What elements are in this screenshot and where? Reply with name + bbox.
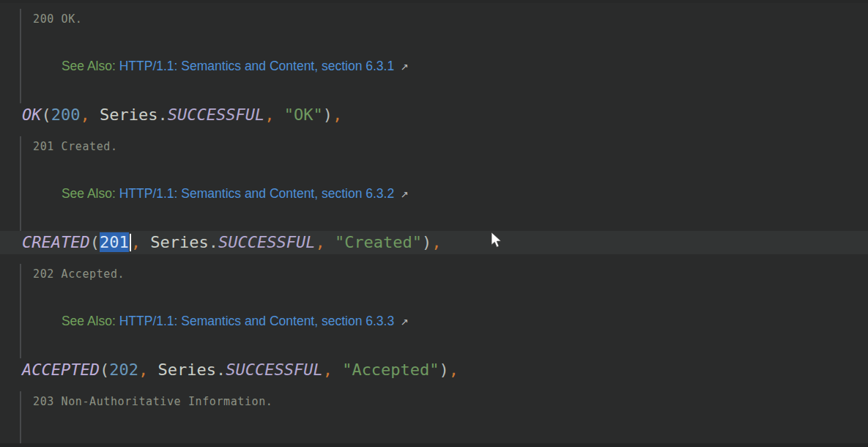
dot: . xyxy=(209,233,218,251)
series-constant-ref: SUCCESSFUL xyxy=(218,233,315,251)
series-constant-ref: SUCCESSFUL xyxy=(168,106,264,124)
doc-see-also: See Also: HTTP/1.1: Semantics and Conten… xyxy=(33,413,868,447)
close-paren: ) xyxy=(439,361,449,379)
code-editor: 200 OK. See Also: HTTP/1.1: Semantics an… xyxy=(0,0,868,447)
enum-entry: 203 Non-Authoritative Information. See A… xyxy=(0,391,868,447)
enum-entry: 201 Created. See Also: HTTP/1.1: Semanti… xyxy=(0,136,868,254)
dot: . xyxy=(157,106,167,124)
doc-description: 200 OK. xyxy=(33,9,868,30)
reason-phrase-string: "Accepted" xyxy=(333,361,439,379)
enum-constant-name: OK xyxy=(22,106,42,124)
comma: , xyxy=(264,106,274,124)
enum-constant-name: ACCEPTED xyxy=(22,361,100,379)
enum-entry: 202 Accepted. See Also: HTTP/1.1: Semant… xyxy=(0,264,868,382)
code-line[interactable]: OK(200, Series.SUCCESSFUL, "OK"), xyxy=(0,103,868,127)
dot: . xyxy=(216,361,226,379)
enum-entry: 200 OK. See Also: HTTP/1.1: Semantics an… xyxy=(0,9,868,127)
close-paren: ) xyxy=(422,233,431,251)
close-paren: ) xyxy=(323,106,333,124)
doc-see-also: See Also: HTTP/1.1: Semantics and Conten… xyxy=(33,158,868,231)
rendered-doc-comment: 203 Non-Authoritative Information. See A… xyxy=(20,391,868,447)
series-class-ref: Series xyxy=(148,361,216,379)
reason-phrase-string: "OK" xyxy=(274,106,322,124)
rendered-doc-comment: 202 Accepted. See Also: HTTP/1.1: Semant… xyxy=(20,264,868,358)
see-also-label: See Also: xyxy=(62,186,119,201)
doc-description: 201 Created. xyxy=(33,136,868,158)
spec-link[interactable]: HTTP/1.1: Semantics and Content, section… xyxy=(119,59,394,73)
comma: , xyxy=(323,361,333,379)
status-code-value: 201 xyxy=(100,232,129,252)
spec-link[interactable]: HTTP/1.1: Semantics and Content, section… xyxy=(119,314,394,328)
doc-description: 202 Accepted. xyxy=(33,264,868,285)
trailing-comma: , xyxy=(431,233,441,251)
doc-see-also: See Also: HTTP/1.1: Semantics and Conten… xyxy=(33,30,868,103)
code-line[interactable]: ACCEPTED(202, Series.SUCCESSFUL, "Accept… xyxy=(0,358,868,382)
enum-constant-name: CREATED xyxy=(22,233,90,251)
comma: , xyxy=(138,361,148,379)
status-code-value: 202 xyxy=(109,360,138,380)
series-class-ref: Series xyxy=(90,106,158,124)
see-also-label: See Also: xyxy=(62,59,119,73)
rendered-doc-comment: 201 Created. See Also: HTTP/1.1: Semanti… xyxy=(20,136,868,231)
series-constant-ref: SUCCESSFUL xyxy=(226,361,322,379)
comma: , xyxy=(131,233,141,251)
editor-bottom-edge xyxy=(0,443,868,447)
code-line[interactable]: CREATED(201, Series.SUCCESSFUL, "Created… xyxy=(0,231,868,254)
spec-link[interactable]: HTTP/1.1: Semantics and Content, section… xyxy=(119,186,394,201)
trailing-comma: , xyxy=(333,106,342,124)
series-class-ref: Series xyxy=(141,233,209,251)
doc-see-also: See Also: HTTP/1.1: Semantics and Conten… xyxy=(33,285,868,358)
external-link-icon: ↗ xyxy=(398,317,409,328)
external-link-icon: ↗ xyxy=(398,189,409,200)
open-paren: ( xyxy=(42,106,51,124)
see-also-label: See Also: xyxy=(62,314,119,328)
comma: , xyxy=(315,233,324,251)
status-code-value: 200 xyxy=(51,105,81,125)
external-link-icon: ↗ xyxy=(398,62,409,73)
trailing-comma: , xyxy=(449,361,459,379)
open-paren: ( xyxy=(100,361,109,379)
reason-phrase-string: "Created" xyxy=(325,233,422,251)
open-paren: ( xyxy=(90,233,100,251)
rendered-doc-comment: 200 OK. See Also: HTTP/1.1: Semantics an… xyxy=(20,9,868,103)
doc-description: 203 Non-Authoritative Information. xyxy=(33,391,868,413)
comma: , xyxy=(81,106,90,124)
